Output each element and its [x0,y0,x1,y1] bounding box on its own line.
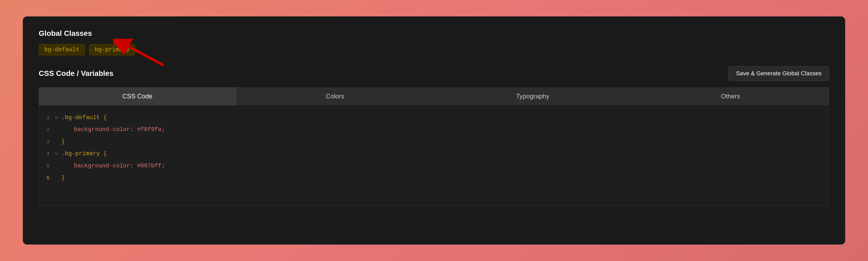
line-num-2: 2 [39,125,55,134]
arrow-annotation [113,39,166,71]
tab-others[interactable]: Others [632,87,829,105]
code-selector-1: .bg-default { [61,113,107,123]
code-line-1: 1 v .bg-default { [39,112,829,124]
line-num-4: 4 [39,149,55,158]
global-classes-section: Global Classes bg-default bg-primary [39,29,829,56]
save-generate-button[interactable]: Save & Generate Global Classes [728,66,829,81]
code-brace-1: } [61,137,65,147]
code-line-3: 3 } [39,136,829,148]
code-area: 1 v .bg-default { 2 background-color: #f… [39,105,829,206]
code-property-2: background-color: #007bff; [61,161,165,171]
tabs-row: CSS Code Colors Typography Others [39,87,829,105]
line-num-1: 1 [39,113,55,122]
global-classes-title: Global Classes [39,29,829,38]
svg-line-1 [129,47,163,65]
css-variables-section: CSS Code / Variables Save & Generate Glo… [39,66,829,206]
line-num-3: 3 [39,137,55,146]
line-num-6: 6 [39,173,55,183]
code-line-2: 2 background-color: #f8f9fa; [39,124,829,135]
tab-colors[interactable]: Colors [236,87,434,105]
tab-css-code[interactable]: CSS Code [39,87,236,105]
code-selector-2: .bg-primary { [61,149,107,159]
code-property-1: background-color: #f8f9fa; [61,125,165,134]
css-variables-title: CSS Code / Variables [39,69,114,78]
code-line-4: 4 v .bg-primary { [39,148,829,160]
global-classes-row: bg-default bg-primary [39,44,829,56]
tab-typography[interactable]: Typography [434,87,632,105]
arrow-icon [113,39,166,71]
main-panel: Global Classes bg-default bg-primary [23,17,845,244]
chevron-1: v [55,114,61,122]
code-brace-2: } [61,173,65,183]
code-line-6: 6 } [39,172,829,184]
badge-bg-default[interactable]: bg-default [39,44,85,56]
code-line-5: 5 background-color: #007bff; [39,160,829,172]
line-num-5: 5 [39,162,55,170]
chevron-4: v [55,150,61,158]
